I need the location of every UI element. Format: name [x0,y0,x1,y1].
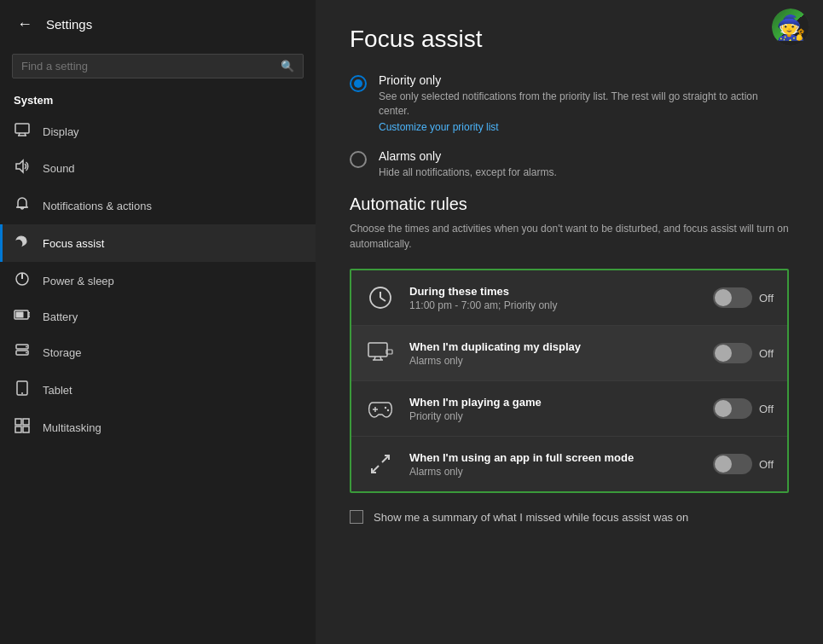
summary-checkbox-label: Show me a summary of what I missed while… [374,511,688,524]
priority-only-option: Priority only See only selected notifica… [350,73,789,134]
sidebar-item-display-label: Display [43,125,79,138]
alarms-only-content: Alarms only Hide all notifications, exce… [379,149,557,180]
during-times-name: During these times [409,285,699,298]
notifications-icon [14,196,31,215]
sidebar: ← Settings 🔍 System Display [0,0,316,644]
sidebar-item-storage-label: Storage [43,346,82,359]
fullscreen-text: When I'm using an app in full screen mod… [409,451,699,478]
sidebar-title: Settings [46,17,92,32]
nav-list: Display Sound Notifications & action [0,113,316,446]
sidebar-item-multitasking[interactable]: Multitasking [0,409,316,446]
focus-icon [14,234,31,252]
main-content: 🧙 Focus assist Priority only See only se… [316,0,823,644]
priority-only-radio[interactable] [350,75,367,92]
rule-fullscreen: When I'm using an app in full screen mod… [351,437,787,491]
sidebar-item-sound-label: Sound [43,162,75,175]
duplicating-display-text: When I'm duplicating my display Alarms o… [409,340,699,367]
power-icon [14,271,31,290]
svg-rect-22 [23,426,29,432]
playing-game-name: When I'm playing a game [409,396,699,409]
duplicating-display-toggle-label: Off [759,347,774,360]
svg-rect-19 [15,419,21,425]
alarms-only-option: Alarms only Hide all notifications, exce… [350,149,789,180]
sidebar-item-notifications-label: Notifications & actions [43,200,152,212]
during-times-toggle-label: Off [759,292,774,305]
alarms-only-radio[interactable] [350,151,367,168]
playing-game-toggle-label: Off [759,403,774,415]
duplicating-display-toggle-area: Off [713,343,774,363]
svg-rect-26 [368,343,387,357]
sidebar-item-tablet[interactable]: Tablet [0,371,316,409]
sidebar-item-notifications[interactable]: Notifications & actions [0,187,316,224]
duplicating-display-toggle[interactable] [713,343,752,363]
sidebar-item-battery-label: Battery [43,310,78,323]
fullscreen-toggle-knob [715,455,732,473]
fullscreen-name: When I'm using an app in full screen mod… [409,451,699,464]
sidebar-item-tablet-label: Tablet [43,384,72,397]
search-input[interactable] [21,60,274,73]
summary-checkbox[interactable] [350,510,363,524]
priority-only-label: Priority only [379,73,788,87]
playing-game-toggle[interactable] [713,398,752,419]
search-box[interactable]: 🔍 [12,54,304,78]
sidebar-item-multitasking-label: Multitasking [43,421,101,434]
fullscreen-toggle-label: Off [759,458,774,471]
duplicating-display-sub: Alarms only [409,355,699,367]
battery-icon [14,309,31,324]
rules-container: During these times 11:00 pm - 7:00 am; P… [350,269,789,493]
automatic-rules-desc: Choose the times and activities when you… [350,221,789,252]
sound-icon [14,159,31,177]
duplicating-display-name: When I'm duplicating my display [409,340,699,353]
svg-line-36 [382,455,389,462]
sidebar-item-battery[interactable]: Battery [0,299,316,334]
sidebar-header: ← Settings [0,0,316,49]
svg-rect-21 [15,426,21,432]
alarms-only-label: Alarms only [379,149,557,163]
svg-line-35 [372,466,379,473]
monitor-icon [365,338,396,368]
duplicating-display-toggle-knob [715,345,732,362]
sidebar-item-display[interactable]: Display [0,113,316,149]
fullscreen-toggle[interactable] [713,454,752,474]
display-icon [14,123,31,140]
svg-rect-20 [23,419,29,425]
sidebar-item-sound[interactable]: Sound [0,149,316,187]
system-label: System [0,89,316,113]
sidebar-item-focus-label: Focus assist [43,237,104,250]
rule-duplicating-display: When I'm duplicating my display Alarms o… [351,326,787,381]
during-times-toggle-knob [715,289,732,306]
fullscreen-icon [365,449,396,479]
during-times-toggle[interactable] [713,287,752,308]
page-title: Focus assist [350,26,789,53]
priority-only-desc: See only selected notifications from the… [379,90,788,119]
playing-game-text: When I'm playing a game Priority only [409,396,699,422]
priority-only-content: Priority only See only selected notifica… [379,73,788,134]
summary-checkbox-row: Show me a summary of what I missed while… [350,507,789,527]
during-times-toggle-area: Off [713,287,774,308]
alarms-only-desc: Hide all notifications, except for alarm… [379,165,557,180]
sidebar-item-storage[interactable]: Storage [0,334,316,371]
fullscreen-sub: Alarms only [409,466,699,478]
search-icon: 🔍 [281,60,294,73]
sidebar-item-power[interactable]: Power & sleep [0,262,316,299]
avatar-image: 🧙 [772,9,809,46]
svg-rect-0 [15,124,29,133]
svg-rect-9 [16,312,24,318]
during-times-text: During these times 11:00 pm - 7:00 am; P… [409,285,699,311]
svg-point-15 [26,346,27,348]
automatic-rules-title: Automatic rules [350,194,789,214]
during-times-sub: 11:00 pm - 7:00 am; Priority only [409,299,699,311]
gamepad-icon [365,393,396,424]
svg-point-16 [26,352,27,354]
back-button[interactable]: ← [14,12,36,37]
rule-playing-game: When I'm playing a game Priority only Of… [351,381,787,437]
sidebar-item-focus[interactable]: Focus assist [0,224,316,262]
customize-priority-link[interactable]: Customize your priority list [379,121,499,133]
svg-point-18 [21,392,23,394]
playing-game-toggle-area: Off [713,398,774,419]
svg-line-25 [380,298,385,301]
sidebar-item-power-label: Power & sleep [43,275,114,287]
playing-game-toggle-knob [715,400,732,417]
fullscreen-toggle-area: Off [713,454,774,474]
multitasking-icon [14,418,31,437]
